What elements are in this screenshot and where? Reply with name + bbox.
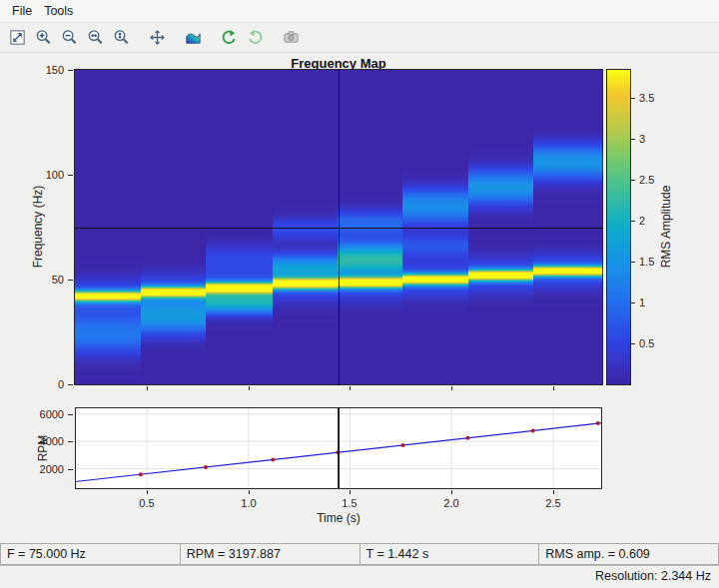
tick-mark xyxy=(147,490,148,494)
snapshot-button[interactable] xyxy=(279,26,303,50)
tick-mark xyxy=(350,386,351,390)
tick-mark xyxy=(631,302,635,303)
tick-label: 0.5 xyxy=(139,497,154,509)
rpm-marker xyxy=(466,436,470,440)
status-time: T = 1.442 s xyxy=(360,543,540,565)
time-cursor-line-rpm[interactable] xyxy=(339,407,340,489)
colorbar-label: RMS Amplitude xyxy=(659,186,673,269)
tick-label: 1.0 xyxy=(241,497,256,509)
tick-label: 100 xyxy=(46,169,64,181)
fit-to-window-icon xyxy=(8,28,27,47)
tick-mark xyxy=(68,70,73,71)
rotate-cw-icon xyxy=(246,28,265,47)
pan-arrows-icon xyxy=(148,28,167,47)
tick-label: 3 xyxy=(639,133,645,145)
rotate-cw-button[interactable] xyxy=(243,26,267,50)
tick-label: 1 xyxy=(639,296,645,308)
tick-mark xyxy=(147,386,148,390)
rpm-marker xyxy=(531,428,535,432)
colormap-icon xyxy=(184,28,203,47)
menu-bar: File Tools xyxy=(0,0,719,23)
tick-label: 0 xyxy=(58,378,64,390)
status-bar: F = 75.000 Hz RPM = 3197.887 T = 1.442 s… xyxy=(0,543,719,565)
tick-mark xyxy=(631,98,635,99)
zoom-out-button[interactable] xyxy=(57,26,81,50)
camera-icon xyxy=(282,28,301,47)
tick-label: 2000 xyxy=(40,463,64,475)
freq-axis-label: Frequency (Hz) xyxy=(31,186,45,269)
app-window: File Tools xyxy=(0,0,719,588)
status-frequency: F = 75.000 Hz xyxy=(0,543,181,565)
tick-label: 2.5 xyxy=(639,174,654,186)
menu-tools[interactable]: Tools xyxy=(38,2,79,20)
colorbar xyxy=(606,69,631,385)
toolbar xyxy=(0,23,719,53)
tick-label: 50 xyxy=(52,274,64,286)
tick-mark xyxy=(631,180,635,181)
figure-area: Frequency Map Frequency (Hz) RMS Amplitu… xyxy=(0,53,719,543)
tick-mark xyxy=(553,490,554,494)
status-rpm: RPM = 3197.887 xyxy=(180,543,360,565)
pan-button[interactable] xyxy=(145,26,169,50)
tick-label: 2.5 xyxy=(545,497,560,509)
zoom-x-icon xyxy=(86,28,105,47)
tick-mark xyxy=(451,490,452,494)
rpm-marker xyxy=(400,443,404,447)
toolbar-separator xyxy=(134,37,144,38)
zoom-out-icon xyxy=(60,28,79,47)
rpm-marker xyxy=(596,421,600,425)
tick-mark xyxy=(68,414,73,415)
rpm-marker xyxy=(204,465,208,469)
zoom-x-button[interactable] xyxy=(83,26,107,50)
rotate-ccw-button[interactable] xyxy=(217,26,241,50)
zoom-y-icon xyxy=(112,28,131,47)
tick-mark xyxy=(631,343,635,344)
tick-mark xyxy=(631,221,635,222)
time-axis-label: Time (s) xyxy=(317,511,360,525)
menu-file[interactable]: File xyxy=(6,2,38,20)
rotate-ccw-icon xyxy=(220,28,239,47)
tick-label: 3.5 xyxy=(639,92,654,104)
tick-label: 2 xyxy=(639,215,645,227)
time-cursor-line[interactable] xyxy=(339,69,340,385)
tick-label: 6000 xyxy=(40,408,64,420)
toolbar-separator xyxy=(206,37,216,38)
tick-label: 4000 xyxy=(40,435,64,447)
rpm-marker xyxy=(271,457,275,461)
colormap-button[interactable] xyxy=(181,26,205,50)
tick-mark xyxy=(451,386,452,390)
rpm-marker xyxy=(139,472,143,476)
zoom-y-button[interactable] xyxy=(109,26,133,50)
tick-label: 1.5 xyxy=(639,256,654,268)
resolution-text: Resolution: 2.344 Hz xyxy=(595,569,711,583)
tick-mark xyxy=(350,490,351,494)
fit-to-window-button[interactable] xyxy=(5,26,29,50)
tick-mark xyxy=(68,469,73,470)
tick-mark xyxy=(68,175,73,176)
tick-mark xyxy=(68,441,73,442)
zoom-in-icon xyxy=(34,28,53,47)
tick-mark xyxy=(249,386,250,390)
tick-mark xyxy=(553,386,554,390)
tick-mark xyxy=(249,490,250,494)
tick-mark xyxy=(631,139,635,140)
tick-label: 0.5 xyxy=(639,337,654,349)
toolbar-separator xyxy=(170,37,180,38)
tick-label: 150 xyxy=(46,64,64,76)
tick-mark xyxy=(68,384,73,385)
resolution-bar: Resolution: 2.344 Hz xyxy=(0,565,719,588)
tick-mark xyxy=(68,280,73,281)
tick-label: 1.5 xyxy=(342,497,357,509)
toolbar-separator xyxy=(268,37,278,38)
tick-label: 2.0 xyxy=(443,497,458,509)
status-rms: RMS amp. = 0.609 xyxy=(538,543,719,565)
tick-mark xyxy=(631,262,635,263)
zoom-in-button[interactable] xyxy=(31,26,55,50)
